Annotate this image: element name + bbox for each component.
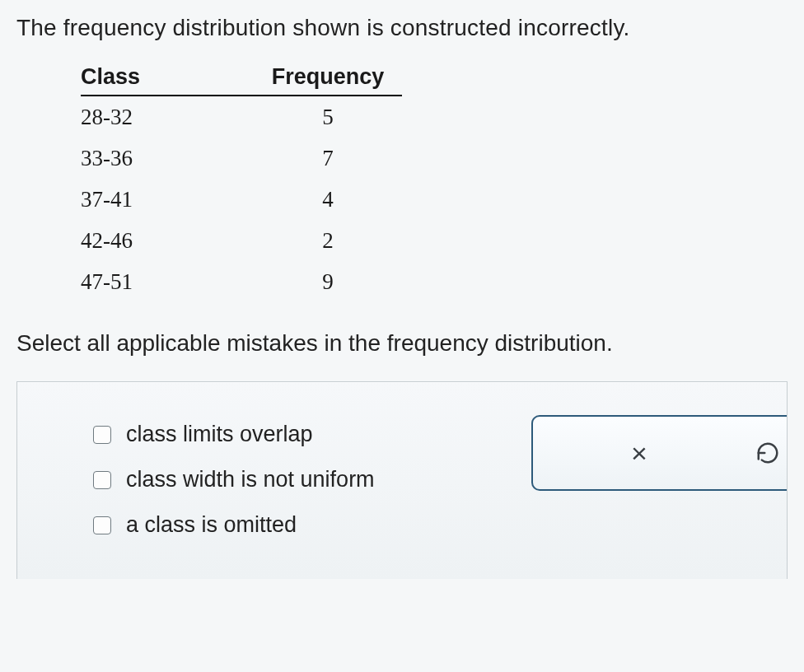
cell-class: 28-32 (81, 105, 254, 130)
table-header: Class Frequency (81, 64, 402, 96)
cell-frequency: 9 (254, 269, 402, 295)
table-row: 47-51 9 (81, 261, 402, 302)
checkbox[interactable] (93, 516, 111, 534)
frequency-table: Class Frequency 28-32 5 33-36 7 37-41 4 … (81, 64, 788, 302)
cell-frequency: 2 (254, 228, 402, 254)
table-row: 37-41 4 (81, 179, 402, 220)
option-label: a class is omitted (126, 512, 297, 538)
table-row: 33-36 7 (81, 138, 402, 179)
close-icon: × (631, 437, 647, 469)
option-class-omitted[interactable]: a class is omitted (93, 512, 737, 538)
tool-panel: × (531, 415, 787, 491)
cell-class: 42-46 (81, 228, 254, 254)
cell-class: 37-41 (81, 187, 254, 212)
option-label: class limits overlap (126, 422, 313, 447)
table-row: 42-46 2 (81, 220, 402, 261)
option-label: class width is not uniform (126, 467, 375, 492)
undo-button[interactable] (746, 441, 787, 465)
answer-panel: class limits overlap class width is not … (16, 381, 788, 579)
table-row: 28-32 5 (81, 96, 402, 138)
cell-class: 47-51 (81, 269, 254, 295)
undo-icon (755, 441, 780, 465)
cell-class: 33-36 (81, 146, 254, 171)
cell-frequency: 7 (254, 146, 402, 171)
intro-text: The frequency distribution shown is cons… (16, 15, 788, 41)
close-button[interactable]: × (533, 437, 746, 469)
checkbox[interactable] (93, 426, 111, 444)
checkbox[interactable] (93, 471, 111, 489)
cell-frequency: 5 (254, 105, 402, 130)
cell-frequency: 4 (254, 187, 402, 212)
instruction-text: Select all applicable mistakes in the fr… (16, 330, 788, 357)
header-frequency: Frequency (254, 64, 402, 90)
header-class: Class (81, 64, 254, 90)
